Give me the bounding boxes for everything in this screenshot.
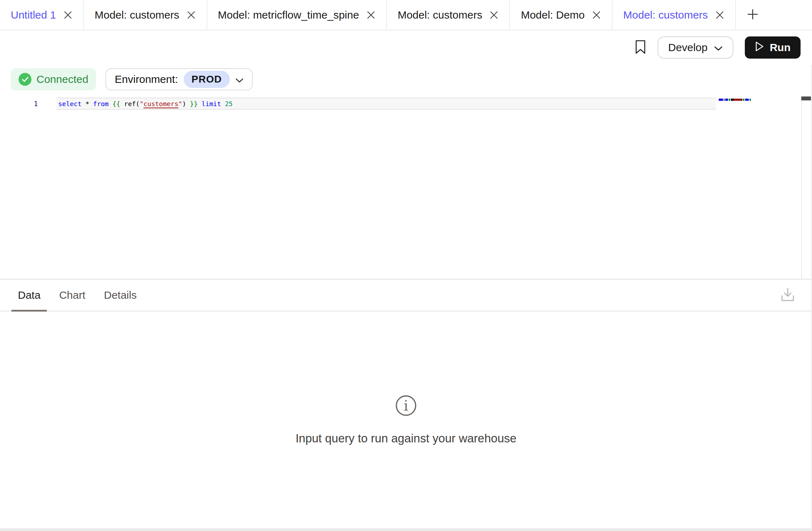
close-icon[interactable] [592,10,601,20]
code-token: 25 [225,100,233,108]
info-icon: i [395,394,417,418]
minimap-token [745,99,749,101]
code-token: }} [190,100,198,108]
editor-tab[interactable]: Model: metricflow_time_spine [207,0,387,30]
run-button[interactable]: Run [745,36,801,59]
editor-minimap[interactable] [719,99,751,101]
code-token: select [58,100,81,108]
bookmark-icon [635,40,646,56]
editor-tab-label: Model: customers [398,9,482,21]
download-icon [780,287,796,303]
close-icon[interactable] [715,10,724,20]
code-token [120,100,124,108]
new-tab-button[interactable] [736,0,769,30]
results-tab-chart[interactable]: Chart [59,280,85,311]
code-token [186,100,190,108]
environment-value-pill: PROD [184,71,230,88]
close-icon[interactable] [63,10,73,20]
chevron-down-icon [236,73,243,85]
code-token: * [85,100,89,108]
results-tab-data[interactable]: Data [18,280,40,311]
bottom-status-strip [0,528,812,531]
code-token[interactable]: customers [144,100,179,108]
editor-tab-label: Model: customers [623,9,708,21]
editor-tab[interactable]: Model: customers [613,0,736,30]
environment-selector[interactable]: Environment: PROD [105,68,253,90]
sql-editor[interactable]: 1 select * from {{ ref("customers") }} l… [0,94,812,279]
dbt-ide-window: Untitled 1Model: customersModel: metricf… [0,0,812,531]
minimap-token [734,99,741,101]
line-number: 1 [0,98,38,110]
editor-tab-label: Model: metricflow_time_spine [218,9,359,21]
develop-menu-button[interactable]: Develop [658,36,733,59]
editor-tab-label: Model: customers [95,9,179,21]
results-panel-tab-bar: DataChartDetails [0,280,812,312]
check-icon [19,73,31,86]
editor-tab[interactable]: Model: Demo [510,0,612,30]
editor-tab[interactable]: Model: customers [84,0,207,30]
results-tab-strip: DataChartDetails [18,280,137,311]
code-token: from [93,100,109,108]
editor-current-line[interactable]: select * from {{ ref("customers") }} lim… [56,98,716,110]
toolbar: Develop Run [0,30,812,65]
connection-status-badge: Connected [11,68,96,90]
code-token [109,100,113,108]
chevron-down-icon [714,41,723,54]
editor-scrollbar-thumb[interactable] [801,96,811,100]
bookmark-button[interactable] [635,40,646,56]
svg-text:i: i [404,397,409,414]
code-token: " [178,100,182,108]
minimap-token [749,99,751,101]
code-token: ( [136,100,140,108]
editor-tab-label: Model: Demo [521,9,584,21]
code-token [81,100,85,108]
results-panel-body: i Input query to run against your wareho… [0,312,812,528]
minimap-token [719,99,723,101]
editor-tab-label: Untitled 1 [11,9,56,21]
code-token [221,100,225,108]
code-token [89,100,93,108]
code-token: {{ [113,100,120,108]
code-token: limit [202,100,221,108]
close-icon[interactable] [187,10,196,20]
results-tab-details[interactable]: Details [104,280,137,311]
play-icon [755,41,764,54]
code-token: ref [124,100,136,108]
develop-label: Develop [668,41,708,54]
editor-tab[interactable]: Untitled 1 [0,0,84,30]
window-right-scrollbar-track [811,65,812,528]
editor-tab[interactable]: Model: customers [387,0,510,30]
close-icon[interactable] [489,10,499,20]
editor-scrollbar-track [801,97,802,279]
code-token [198,100,202,108]
minimap-token [725,99,728,101]
editor-tab-strip: Untitled 1Model: customersModel: metricf… [0,0,736,30]
close-icon[interactable] [366,10,376,20]
download-results-button[interactable] [780,287,796,303]
empty-state-message: Input query to run against your warehous… [296,432,516,445]
plus-icon [746,8,759,22]
status-row: Connected Environment: PROD [0,65,812,94]
code-token: " [140,100,144,108]
code-token: ) [182,100,186,108]
editor-tab-bar: Untitled 1Model: customersModel: metricf… [0,0,812,30]
run-label: Run [770,41,791,54]
connected-label: Connected [36,73,88,85]
environment-label: Environment: [115,73,178,85]
